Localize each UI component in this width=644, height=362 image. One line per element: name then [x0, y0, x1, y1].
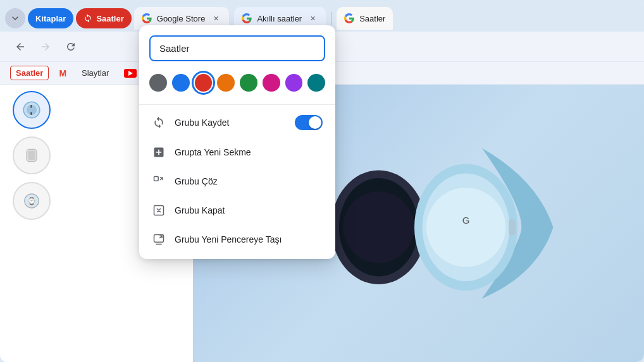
grubu-coz-label: Grubu Çöz: [175, 176, 218, 186]
menu-divider-1: [139, 104, 335, 105]
grubu-kapat-label: Grubu Kapat: [175, 205, 225, 215]
akilli-saatler-close[interactable]: ✕: [307, 13, 318, 24]
svg-text:⌚: ⌚: [27, 196, 36, 205]
color-dot-gray[interactable]: [149, 74, 167, 92]
google-store-close[interactable]: ✕: [210, 13, 221, 24]
svg-point-13: [344, 191, 415, 263]
akilli-saatler-tab-label: Akıllı saatler: [257, 14, 302, 23]
kitaplar-label: Kitaplar: [35, 14, 66, 23]
color-dot-green[interactable]: [240, 74, 257, 92]
bookmark-saatler-label: Saatler: [16, 68, 43, 78]
youtube-icon: [124, 68, 137, 78]
browser-frame: Kitaplar Saatler Google Store ✕: [0, 0, 644, 362]
watch-thumb-3[interactable]: ⌚: [13, 182, 51, 220]
group-name-input[interactable]: [149, 35, 325, 61]
color-dot-red[interactable]: [195, 74, 213, 92]
tab-saatler-right[interactable]: Saatler: [337, 7, 393, 30]
back-button[interactable]: [10, 37, 30, 57]
grubu-yeni-pencere-item[interactable]: Grubu Yeni Pencereye Taşı: [139, 225, 335, 254]
grubu-kapat-item[interactable]: Grubu Kapat: [139, 196, 335, 225]
yt-triangle: [128, 71, 133, 76]
grubu-kaydet-item[interactable]: Grubu Kaydet: [139, 107, 335, 138]
svg-text:G: G: [462, 215, 470, 226]
tab-separator: [331, 12, 331, 25]
yt-icon-inner: [124, 69, 137, 78]
reload-button[interactable]: [61, 37, 81, 57]
thumbnail-sidebar: ⌚: [0, 85, 63, 362]
bookmark-gmail[interactable]: M: [54, 66, 71, 80]
color-dot-orange[interactable]: [217, 74, 235, 92]
saatler-right-favicon: [344, 13, 354, 23]
gmail-icon: M: [59, 68, 66, 78]
slaytlar-label: Slaytlar: [82, 68, 109, 78]
bookmark-slaytlar[interactable]: Slaytlar: [77, 66, 114, 80]
svg-rect-18: [509, 219, 516, 235]
tab-dropdown-button[interactable]: [5, 8, 25, 28]
color-row: [139, 69, 335, 102]
color-dot-blue[interactable]: [172, 74, 190, 92]
grubu-kaydet-label: Grubu Kaydet: [175, 118, 229, 128]
menu-input-section: [139, 35, 335, 69]
close-group-icon: [152, 203, 166, 217]
grubu-kaydet-toggle[interactable]: [295, 115, 323, 130]
grubu-coz-item[interactable]: Grubu Çöz: [139, 167, 335, 196]
color-dot-purple[interactable]: [285, 74, 303, 92]
svg-rect-8: [28, 151, 35, 160]
svg-rect-6: [30, 112, 32, 115]
svg-rect-5: [30, 105, 32, 108]
color-dot-teal[interactable]: [307, 74, 325, 92]
saatler-right-tab-label: Saatler: [359, 14, 385, 23]
dropdown-menu: Grubu Kaydet Grupta Yeni Sekme: [139, 25, 335, 259]
sync-icon: [152, 116, 166, 130]
color-dot-pink[interactable]: [263, 74, 280, 92]
bookmark-saatler[interactable]: Saatler: [10, 66, 49, 80]
grupta-yeni-sekme-label: Grupta Yeni Sekme: [175, 147, 251, 157]
google-store-favicon: [142, 13, 152, 23]
toggle-knob: [309, 116, 321, 129]
sync-icon: [84, 14, 92, 23]
saatler-label: Saatler: [96, 14, 123, 23]
ungroup-icon: [152, 174, 166, 188]
forward-button[interactable]: [35, 37, 56, 57]
grubu-yeni-pencere-label: Grubu Yeni Pencereye Taşı: [175, 234, 282, 244]
move-window-icon: [152, 232, 166, 246]
google-store-tab-label: Google Store: [157, 14, 206, 23]
tab-pill-saatler[interactable]: Saatler: [76, 8, 131, 28]
watch-thumb-1[interactable]: [13, 91, 51, 129]
watch-thumb-2[interactable]: [13, 136, 51, 174]
grupta-yeni-sekme-item[interactable]: Grupta Yeni Sekme: [139, 138, 335, 167]
akilli-saatler-favicon: [242, 13, 252, 23]
tab-pill-kitaplar[interactable]: Kitaplar: [28, 8, 73, 28]
svg-point-16: [426, 188, 505, 267]
new-tab-group-icon: [152, 145, 166, 159]
